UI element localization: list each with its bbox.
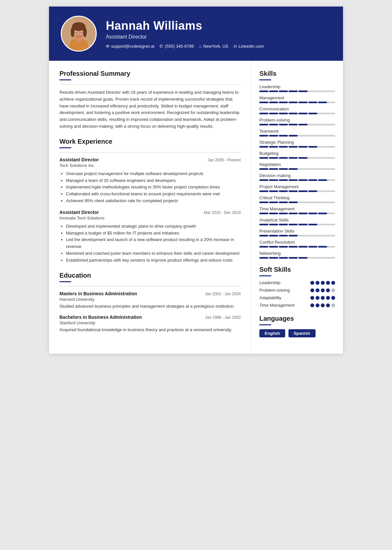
skill-name: Analytical Skills <box>259 218 335 222</box>
edu-degree: Masters in Business Administration <box>59 291 137 296</box>
skill-segment-filled <box>259 90 268 92</box>
skill-segment-filled <box>269 157 278 159</box>
skill-item: Budgeting <box>259 151 335 159</box>
skill-segment-filled <box>279 179 288 181</box>
skill-segment-empty <box>318 202 327 203</box>
skill-segment-filled <box>289 179 298 181</box>
skill-bar <box>259 202 335 203</box>
edu-date: Jan 1998 - Jan 2002 <box>205 315 241 320</box>
skill-bar <box>259 224 335 225</box>
skill-segment-filled <box>259 124 268 125</box>
dot-filled <box>326 281 330 285</box>
skill-segment-filled <box>279 124 288 125</box>
skill-name: Problem-solving <box>259 118 335 122</box>
work-title: Work Experience <box>59 138 241 145</box>
skill-segment-filled <box>279 202 288 203</box>
skill-segment-empty <box>299 235 307 236</box>
job-bullets: Developed and implemented strategic plan… <box>59 223 241 264</box>
skill-segment-filled <box>289 90 298 92</box>
skill-item: Networking <box>259 251 335 259</box>
skill-segment-empty <box>308 90 317 92</box>
skill-segment-filled <box>289 124 298 125</box>
skill-segment-filled <box>279 146 288 148</box>
job-company: Tech Solutions Inc. <box>59 163 241 168</box>
dot-filled <box>326 296 330 300</box>
linkedin-value: LinkedIn.com <box>238 44 264 49</box>
location-contact: ⌂ NewYork, US <box>199 44 228 49</box>
soft-skill-item: Time Management <box>259 303 335 308</box>
skill-segment-filled <box>318 246 327 248</box>
soft-skill-dots <box>310 296 335 300</box>
svg-point-6 <box>83 27 87 37</box>
dot-filled <box>316 288 319 292</box>
skill-segment-filled <box>289 146 298 148</box>
skill-segment-filled <box>269 168 278 170</box>
skill-item: Presentation Skills <box>259 229 335 236</box>
edu-desc: Acquired foundational knowledge in busin… <box>59 327 241 333</box>
svg-point-5 <box>71 27 74 37</box>
skill-segment-filled <box>269 135 278 137</box>
education-title: Education <box>59 272 241 279</box>
skill-bar <box>259 146 335 148</box>
email-icon: ✉ <box>106 44 109 49</box>
edu-school: Stanford University <box>59 320 241 325</box>
skill-segment-filled <box>259 113 268 114</box>
skill-segment-filled <box>299 102 307 103</box>
skill-segment-filled <box>259 179 268 181</box>
body-section: Professional Summary Results-driven Assi… <box>49 61 343 354</box>
skill-segment-filled <box>318 102 327 103</box>
header-section: Hannah Williams Assistant Director ✉ sup… <box>49 7 343 61</box>
skill-segment-empty <box>318 235 327 236</box>
candidate-name: Hannah Williams <box>106 19 331 33</box>
skill-segment-filled <box>259 157 268 159</box>
skill-segment-filled <box>279 113 288 114</box>
skill-bar <box>259 124 335 125</box>
dot-filled <box>331 281 335 285</box>
skill-segment-empty <box>318 135 327 137</box>
skill-segment-empty <box>318 146 327 148</box>
skill-bar <box>259 102 335 103</box>
edu-header: Bachelors in Business AdministrationJan … <box>59 315 241 320</box>
skill-segment-filled <box>299 157 307 159</box>
dot-filled <box>321 288 325 292</box>
skill-segment-empty <box>308 235 317 236</box>
skill-segment-filled <box>259 257 268 259</box>
soft-skill-item: Leadership <box>259 280 335 285</box>
skill-item: Strategic Planning <box>259 140 335 148</box>
skill-segment-filled <box>259 135 268 137</box>
soft-skill-item: Adaptability <box>259 295 335 300</box>
job-bullet: Collaborated with cross-functional teams… <box>66 191 241 198</box>
job-bullet: Managed a budget of $5 million for IT pr… <box>66 230 241 237</box>
dot-filled <box>321 303 325 307</box>
dot-empty <box>331 288 335 292</box>
education-list: Masters in Business AdministrationJan 20… <box>59 291 241 333</box>
soft-skills-section: Soft Skills LeadershipProblem-solvingAda… <box>259 266 335 308</box>
svg-point-10 <box>81 32 82 33</box>
contact-list: ✉ support@cvdesigner.ai ✆ (555) 345-6789… <box>106 44 331 49</box>
skill-segment-filled <box>269 235 278 236</box>
skill-segment-filled <box>279 224 288 225</box>
skill-bar <box>259 179 335 181</box>
skill-segment-filled <box>289 202 298 203</box>
soft-skill-name: Leadership <box>259 280 280 285</box>
skill-name: Teamwork <box>259 129 335 134</box>
languages-list: EnglishSpanish <box>259 329 335 337</box>
skill-segment-empty <box>318 90 327 92</box>
dot-filled <box>316 281 319 285</box>
skill-segment-filled <box>259 202 268 203</box>
education-underline <box>59 281 71 282</box>
work-divider <box>59 152 241 153</box>
skill-segment-empty <box>308 257 317 259</box>
skill-bar <box>259 135 335 137</box>
job-bullet: Oversaw project management for multiple … <box>66 170 241 177</box>
skill-segment-filled <box>279 90 288 92</box>
soft-skill-dots <box>310 303 335 307</box>
skill-segment-filled <box>289 246 298 248</box>
skill-name: Management <box>259 95 335 100</box>
skill-name: Decision-making <box>259 173 335 178</box>
language-badge: Spanish <box>288 329 316 337</box>
soft-skill-name: Time Management <box>259 303 295 308</box>
skills-underline <box>259 79 271 80</box>
skill-segment-filled <box>318 179 327 181</box>
dot-filled <box>331 296 335 300</box>
